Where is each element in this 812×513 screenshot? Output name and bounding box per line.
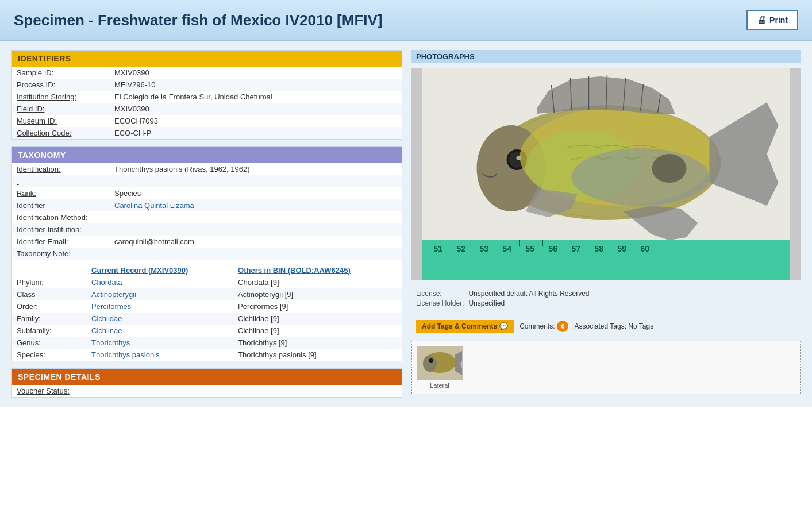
taxonomy-fields-table: Identification: Thorichthys pasionis (Ri… (12, 163, 402, 260)
taxonomy-section: TAXONOMY Identification: Thorichthys pas… (11, 146, 402, 361)
speech-bubble-icon: 💬 (499, 322, 508, 330)
field-label: Sample ID: (12, 67, 110, 79)
field-value (110, 248, 402, 260)
field-value: MFIV296-10 (110, 79, 402, 91)
field-value: El Colegio de la Frontera Sur, Unidad Ch… (110, 91, 402, 103)
table-row: Sample ID: MXIV0390 (12, 67, 402, 79)
table-row: Genus: Thorichthys Thorichthys [9] (12, 337, 402, 349)
table-row: Identifier Carolina Quintal Lizama (12, 199, 402, 211)
comments-label: Comments: (519, 322, 555, 330)
field-value: ECOCH7093 (110, 115, 402, 127)
rank-header-row: Current Record (MXIV0390) Others in BIN … (12, 264, 402, 276)
svg-text:54: 54 (503, 244, 512, 253)
svg-text:51: 51 (434, 244, 443, 253)
thumbnail-fish-svg (417, 346, 462, 380)
order-link[interactable]: Perciformes (91, 302, 131, 311)
field-label: Collection Code: (12, 127, 110, 139)
table-row: Family: Cichlidae Cichlidae [9] (12, 313, 402, 325)
specimen-table: Voucher Status: (12, 385, 402, 397)
field-label: Voucher Status: (12, 385, 110, 397)
genus-link[interactable]: Thorichthys (91, 338, 130, 347)
page-title: Specimen - Freshwater fish of Mexico IV2… (14, 11, 383, 29)
table-row: Identification Method: (12, 211, 402, 223)
identifiers-header: IDENTIFIERS (12, 51, 402, 67)
photo-metadata: License: Unspecified default All Rights … (411, 285, 801, 312)
field-label: Identification: (12, 163, 110, 175)
svg-text:52: 52 (457, 244, 466, 253)
rank-header-others[interactable]: Others in BIN (BOLD:AAW6245) (233, 264, 402, 276)
taxonomy-rank-table: Current Record (MXIV0390) Others in BIN … (12, 264, 402, 361)
table-row: Taxonomy Note: (12, 248, 402, 260)
table-row: Subfamily: Cichlinae Cichlinae [9] (12, 325, 402, 337)
identifiers-section: IDENTIFIERS Sample ID: MXIV0390 Process … (11, 50, 402, 140)
main-content: IDENTIFIERS Sample ID: MXIV0390 Process … (0, 41, 812, 407)
table-row: Museum ID: ECOCH7093 (12, 115, 402, 127)
field-value (110, 175, 402, 187)
fish-photo: 51 52 53 54 55 56 57 58 59 60 (411, 68, 801, 280)
field-value: Thorichthys pasionis (Rivas, 1962, 1962) (110, 163, 402, 175)
page-header: Specimen - Freshwater fish of Mexico IV2… (0, 0, 812, 41)
table-row: Phylum: Chordata Chordata [9] (12, 276, 402, 288)
svg-text:55: 55 (526, 244, 535, 253)
svg-text:57: 57 (572, 244, 581, 253)
license-value: Unspecified default All Rights Reserved (468, 290, 796, 298)
rank-header-current[interactable]: Current Record (MXIV0390) (87, 264, 233, 276)
field-value (110, 385, 402, 397)
tags-row: Add Tags & Comments 💬 Comments: 0 Associ… (411, 317, 801, 336)
family-link[interactable]: Cichlidae (91, 314, 122, 323)
table-row: Rank: Species (12, 187, 402, 199)
field-value: Carolina Quintal Lizama (110, 199, 402, 211)
license-holder-value: Unspecified (468, 299, 796, 307)
field-value: caroquinli@hotmail.com (110, 236, 402, 248)
svg-point-36 (423, 356, 437, 372)
field-label: Rank: (12, 187, 110, 199)
left-panel: IDENTIFIERS Sample ID: MXIV0390 Process … (11, 50, 402, 398)
field-label: Process ID: (12, 79, 110, 91)
field-label: Identification Method: (12, 211, 110, 223)
thumbnail-row: Lateral (411, 341, 801, 394)
identifier-link[interactable]: Carolina Quintal Lizama (114, 201, 194, 210)
table-row: Identifier Email: caroquinli@hotmail.com (12, 236, 402, 248)
print-button[interactable]: 🖨 Print (746, 10, 798, 30)
license-holder-label: License Holder: (416, 299, 464, 307)
field-value: MXIV0390 (110, 67, 402, 79)
table-row: Species: Thorichthys pasionis Thorichthy… (12, 349, 402, 361)
species-link[interactable]: Thorichthys pasionis (91, 350, 160, 359)
svg-point-37 (429, 358, 433, 363)
svg-text:56: 56 (549, 244, 558, 253)
field-label: Identifier Institution: (12, 223, 110, 236)
others-in-bin-link[interactable]: Others in BIN (BOLD:AAW6245) (238, 266, 351, 275)
field-value (110, 223, 402, 236)
table-row: Order: Perciformes Perciformes [9] (12, 300, 402, 313)
fish-image: 51 52 53 54 55 56 57 58 59 60 (411, 68, 801, 280)
specimen-header: SPECIMEN DETAILS (12, 369, 402, 385)
comments-count: 0 (557, 321, 568, 332)
table-row: Identification: Thorichthys pasionis (Ri… (12, 163, 402, 175)
svg-text:59: 59 (618, 244, 627, 253)
thumbnail-label: Lateral (430, 382, 449, 389)
specimen-details-section: SPECIMEN DETAILS Voucher Status: (11, 368, 402, 398)
printer-icon: 🖨 (757, 15, 766, 25)
subfamily-link[interactable]: Cichlinae (91, 326, 122, 335)
field-value (110, 211, 402, 223)
field-label: Identifier Email: (12, 236, 110, 248)
associated-tags: Associated Tags: No Tags (574, 322, 653, 330)
phylum-link[interactable]: Chordata (91, 278, 122, 287)
field-label: Taxonomy Note: (12, 248, 110, 260)
svg-text:53: 53 (480, 244, 489, 253)
table-row: Field ID: MXIV0390 (12, 103, 402, 115)
current-record-link[interactable]: Current Record (MXIV0390) (91, 266, 188, 275)
license-label: License: (416, 290, 464, 298)
table-row: Process ID: MFIV296-10 (12, 79, 402, 91)
class-link[interactable]: Actinopterygii (91, 290, 136, 299)
thumbnail-image[interactable] (417, 346, 463, 380)
svg-text:58: 58 (595, 244, 604, 253)
add-tags-button[interactable]: Add Tags & Comments 💬 (416, 320, 514, 333)
field-label (12, 175, 110, 187)
field-label: Museum ID: (12, 115, 110, 127)
field-label: Identifier (12, 199, 110, 211)
taxonomy-header: TAXONOMY (12, 147, 402, 163)
identifiers-table: Sample ID: MXIV0390 Process ID: MFIV296-… (12, 67, 402, 139)
table-row: Voucher Status: (12, 385, 402, 397)
table-row: Collection Code: ECO-CH-P (12, 127, 402, 139)
